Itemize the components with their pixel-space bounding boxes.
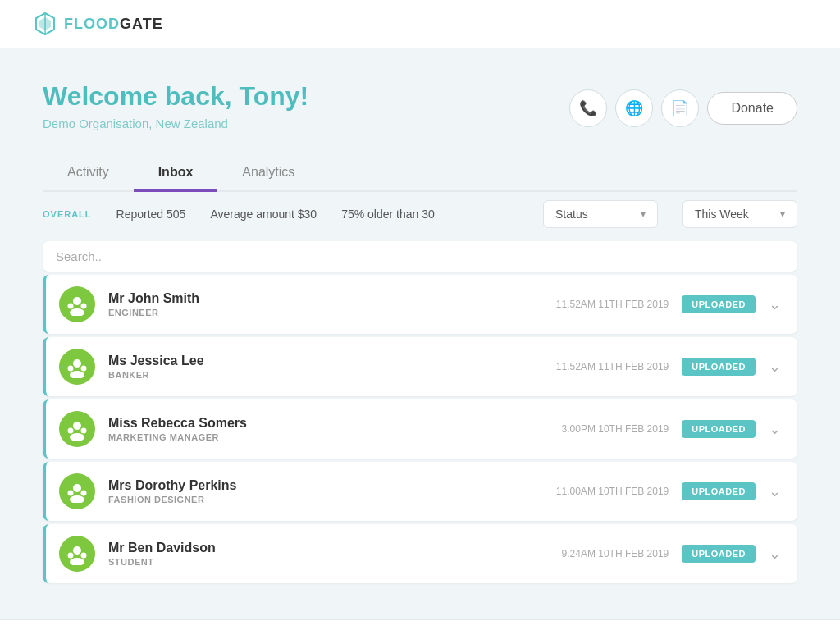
svg-point-11 [73,422,81,430]
svg-point-14 [81,428,87,434]
svg-point-21 [68,553,74,559]
svg-point-6 [81,304,87,309]
svg-point-16 [70,495,84,503]
search-container [43,241,797,272]
person-avatar [59,286,95,322]
status-filter[interactable]: Status ▾ [543,200,658,228]
person-info: Mrs Dorothy Perkins FASHION DESIGNER [108,478,556,504]
person-icon [66,355,89,378]
status-badge: UPLOADED [682,420,756,438]
person-timestamp: 3.00PM 10TH FEB 2019 [562,423,669,435]
welcome-subtitle: Demo Organisation, New Zealand [43,116,308,130]
svg-point-7 [73,359,81,368]
welcome-actions: 📞 🌐 📄 Donate [569,89,797,127]
person-avatar [59,536,95,572]
tabs-bar: Activity Inbox Analytics [43,155,797,192]
person-timestamp: 11.52AM 11TH FEB 2019 [556,299,669,310]
people-list: Mr John Smith ENGINEER 11.52AM 11TH FEB … [43,275,797,583]
expand-button[interactable]: ⌄ [765,417,784,441]
svg-point-18 [81,491,87,496]
overall-label: OVERALL [43,209,92,219]
tab-activity[interactable]: Activity [43,155,134,192]
logo-text: FLOODGATE [64,16,163,33]
logo-icon [33,11,57,36]
person-role: MARKETING MANAGER [108,432,562,442]
person-name: Mr John Smith [108,291,556,306]
status-badge: UPLOADED [682,545,756,563]
expand-button[interactable]: ⌄ [765,292,784,317]
reported-stat: Reported 505 [116,208,186,221]
list-item: Mrs Dorothy Perkins FASHION DESIGNER 11.… [43,462,797,521]
svg-point-12 [70,433,84,441]
svg-point-5 [68,304,74,309]
person-info: Ms Jessica Lee BANKER [108,354,556,380]
donate-button[interactable]: Donate [707,92,797,125]
status-badge: UPLOADED [682,358,756,376]
svg-point-9 [68,366,74,372]
welcome-section: Welcome back, Tony! Demo Organisation, N… [43,81,797,130]
person-name: Mr Ben Davidson [108,541,562,555]
tab-analytics[interactable]: Analytics [217,155,319,192]
tab-inbox[interactable]: Inbox [134,155,218,192]
person-avatar [59,349,95,385]
status-badge: UPLOADED [682,295,756,313]
person-timestamp: 11.00AM 10TH FEB 2019 [556,486,669,497]
document-icon: 📄 [671,99,689,117]
svg-point-3 [73,297,81,305]
welcome-title: Welcome back, Tony! [43,81,308,112]
app-header: FLOODGATE [0,0,840,48]
person-timestamp: 11.52AM 11TH FEB 2019 [556,361,669,372]
person-name: Mrs Dorothy Perkins [108,478,556,493]
person-avatar [59,473,95,509]
person-name: Ms Jessica Lee [108,354,556,368]
list-item: Mr Ben Davidson STUDENT 9.24AM 10TH FEB … [43,524,797,583]
person-role: STUDENT [108,557,562,567]
search-input[interactable] [56,249,784,263]
list-item: Mr John Smith ENGINEER 11.52AM 11TH FEB … [43,275,797,334]
person-info: Mr Ben Davidson STUDENT [108,541,562,567]
person-role: BANKER [108,370,556,380]
person-role: ENGINEER [108,308,556,317]
status-badge: UPLOADED [682,482,756,500]
stats-bar: OVERALL Reported 505 Average amount $30 … [43,192,797,241]
welcome-text: Welcome back, Tony! Demo Organisation, N… [43,81,308,130]
svg-point-22 [81,553,87,559]
person-icon [66,480,89,503]
person-info: Mr John Smith ENGINEER [108,291,556,317]
average-stat: Average amount $30 [210,208,317,221]
svg-point-4 [70,308,84,316]
person-avatar [59,411,95,447]
older-stat: 75% older than 30 [341,208,435,221]
logo: FLOODGATE [33,11,163,36]
svg-point-17 [68,491,74,496]
person-role: FASHION DESIGNER [108,495,556,504]
svg-point-10 [81,366,87,372]
expand-button[interactable]: ⌄ [765,541,784,566]
person-timestamp: 9.24AM 10TH FEB 2019 [562,548,669,559]
globe-icon: 🌐 [625,99,643,117]
list-item: Miss Rebecca Somers MARKETING MANAGER 3.… [43,399,797,459]
phone-icon: 📞 [579,99,597,117]
svg-point-20 [70,558,84,565]
phone-button[interactable]: 📞 [569,89,607,127]
chevron-down-icon: ▾ [641,208,646,220]
week-filter[interactable]: This Week ▾ [682,200,797,228]
expand-button[interactable]: ⌄ [765,479,784,504]
svg-point-8 [70,371,84,378]
expand-button[interactable]: ⌄ [765,354,784,379]
person-name: Miss Rebecca Somers [108,416,562,431]
document-button[interactable]: 📄 [661,89,699,127]
person-info: Miss Rebecca Somers MARKETING MANAGER [108,416,562,442]
svg-point-19 [73,546,81,555]
person-icon [66,293,89,316]
person-icon [66,418,89,441]
footer: Tony SUPPORT ABOUT CONTACT [0,619,840,630]
chevron-down-icon: ▾ [780,208,785,220]
list-item: Ms Jessica Lee BANKER 11.52AM 11TH FEB 2… [43,337,797,396]
person-icon [66,542,89,565]
svg-point-13 [68,428,74,434]
globe-button[interactable]: 🌐 [615,89,653,127]
svg-point-15 [73,484,81,492]
